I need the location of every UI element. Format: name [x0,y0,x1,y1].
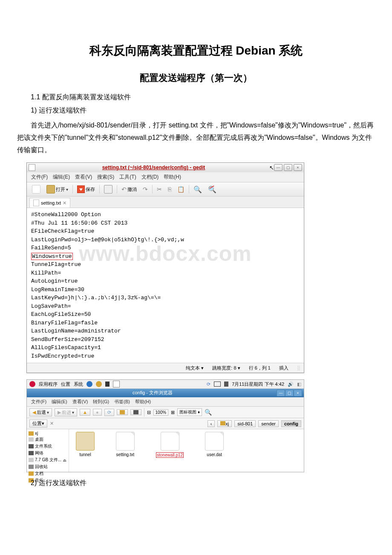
place-desktop[interactable]: 桌面 [29,436,67,443]
home-button[interactable] [117,409,128,415]
place-network[interactable]: 网络 [29,450,67,457]
crumb-sid801[interactable]: sid-801 [234,420,256,427]
open-dropdown-icon[interactable]: ▾ [66,187,68,192]
undo-icon: ↶ [121,186,127,193]
new-button[interactable] [30,184,42,194]
fb-maximize[interactable]: ▢ [285,390,294,396]
zoom-out-icon[interactable]: ⊟ [147,410,151,415]
place-trash[interactable]: 回收站 [29,463,67,470]
cut-icon: ✂ [157,186,162,193]
file-setting[interactable]: setting.txt [116,432,135,469]
titlebar: setting.txt (~/sid-801/sender/config) - … [27,163,304,172]
up-button[interactable]: ▲ [80,409,90,416]
panel-apps[interactable]: 应用程序 [39,381,58,387]
minimize-button[interactable]: — [274,164,282,171]
crumb-config[interactable]: config [281,420,301,427]
copy-icon: ⎘ [168,186,171,193]
volume-icon[interactable]: 🔊 [288,382,294,387]
find-button[interactable]: 🔍 [192,185,204,194]
panel-app4-icon[interactable] [113,381,120,387]
status-tabwidth[interactable]: 跳格宽度: 8 ▾ [212,365,240,371]
file-userdat[interactable]: user.dat [205,432,224,469]
panel-app3-icon[interactable] [105,382,110,387]
location-close-icon[interactable]: ✕ [50,421,54,426]
tab-close-icon[interactable]: ✕ [63,200,66,206]
zoom-in-icon[interactable]: ⊞ [171,410,175,415]
fb-menu-view[interactable]: 查看(V) [72,399,88,405]
computer-button[interactable] [130,409,141,415]
place-disk[interactable]: 7.7 GB 文件...⏏ [29,457,67,463]
fb-menu-file[interactable]: 文件(F) [31,399,46,405]
status-plain[interactable]: 纯文本 ▾ [186,365,204,371]
resize-grip[interactable]: ⣿ [297,365,300,371]
panel-app1-icon[interactable] [86,381,92,387]
editor-area[interactable]: www.bdocx.com#StoneWall2000 Option #Thu … [27,208,304,363]
gedit-window: setting.txt (~/sid-801/sender/config) - … [26,162,304,373]
redo-button[interactable]: ↷ [141,185,150,194]
panel-system[interactable]: 系统 [74,381,83,387]
fb-menu-edit[interactable]: 编辑(E) [52,399,67,405]
fb-body: xj 桌面 文件系统 网络 7.7 GB 文件...⏏ 回收站 文档 音乐 tu… [27,429,304,472]
file-browser-window: 应用程序 位置 系统 ⟳ 7月11日星期四 下午 4:42 🔊 ◧ config… [26,379,304,472]
find-replace-button[interactable]: 🔍 [206,185,218,194]
location-label[interactable]: 位置▾ [29,419,47,428]
maximize-button[interactable]: ▢ [284,164,292,171]
copy-button[interactable]: ⎘ [166,185,173,194]
crumb-sender[interactable]: sender [258,420,279,427]
new-file-icon [32,185,40,194]
debian-logo-icon[interactable] [29,381,35,387]
place-docs[interactable]: 文档 [29,470,67,477]
crumb-home[interactable]: xj [217,420,232,427]
paragraph-1: 首先进入/home/xj/sid-801/sender/目录，打开 settin… [17,119,375,156]
open-button[interactable]: 打开▾ [45,184,70,194]
tab-setting[interactable]: setting.txt ✕ [29,198,70,208]
panel-places[interactable]: 位置 [61,381,70,387]
save-button[interactable]: 保存 [75,185,97,194]
undo-button[interactable]: ↶撤消 [120,185,138,194]
paste-button[interactable]: 📋 [176,185,186,194]
find-replace-icon: 🔍 [208,185,216,194]
menu-view[interactable]: 查看(V) [75,173,92,181]
fb-menu-help[interactable]: 帮助(H) [135,399,151,405]
menu-edit[interactable]: 编辑(E) [53,173,70,181]
file-tunnel[interactable]: tunnel [76,432,95,469]
forward-button[interactable]: ▶前进▾ [55,408,77,416]
paste-icon: 📋 [177,186,184,193]
print-button[interactable] [102,184,114,194]
fb-menu-go[interactable]: 转到(G) [93,399,109,405]
panel-extra-icon[interactable]: ◧ [297,382,301,387]
cut-button[interactable]: ✂ [155,185,164,194]
doc-title: 科东反向隔离装置配置过程 Debian 系统 [17,43,375,59]
menu-doc[interactable]: 文档(D) [141,173,159,181]
menu-search[interactable]: 搜索(S) [97,173,114,181]
menu-help[interactable]: 帮助(H) [164,173,181,181]
panel-update-icon[interactable]: ⟳ [207,382,210,387]
menu-file[interactable]: 文件(F) [31,173,48,181]
back-button[interactable]: ◀后退▾ [29,408,52,416]
zoom-value[interactable]: 100% [153,409,169,416]
close-button[interactable]: × [294,164,302,171]
panel-app2-icon[interactable] [96,381,102,387]
battery-icon[interactable] [214,382,221,387]
file-pane[interactable]: tunnel setting.txt stonewall.p12 user.da… [69,429,304,472]
monitor-icon[interactable] [224,382,228,387]
fb-menu-bookmarks[interactable]: 书签(B) [114,399,130,405]
fb-close[interactable]: × [294,390,302,396]
view-mode-select[interactable]: 图标视图 ♦ [177,408,202,416]
fb-search-icon[interactable]: 🔍 [205,409,212,416]
file-stonewall[interactable]: stonewall.p12 [156,432,184,469]
menubar: 文件(F) 编辑(E) 查看(V) 搜索(S) 工具(T) 文档(D) 帮助(H… [27,172,304,182]
fb-minimize[interactable]: — [277,390,285,396]
place-xj[interactable]: xj [29,431,67,436]
place-filesystem[interactable]: 文件系统 [29,443,67,450]
step-2: 2) 运行发送端软件 [31,479,375,488]
toolbar: 打开▾ 保存 ↶撤消 ↷ ✂ ⎘ 📋 🔍 🔍 [27,182,304,197]
location-bar: 位置▾ ✕ ‹ xj sid-801 sender config [27,418,304,429]
tab-strip: setting.txt ✕ [27,197,304,208]
crumb-prev[interactable]: ‹ [208,420,215,427]
reload-button[interactable]: ⟳ [104,409,114,416]
statusbar: 纯文本 ▾ 跳格宽度: 8 ▾ 行 6，列 1 插入 ⣿ [27,363,304,373]
panel-clock: 7月11日星期四 下午 4:42 [232,381,284,387]
menu-tools[interactable]: 工具(T) [119,173,136,181]
status-pos: 行 6，列 1 [249,365,271,371]
